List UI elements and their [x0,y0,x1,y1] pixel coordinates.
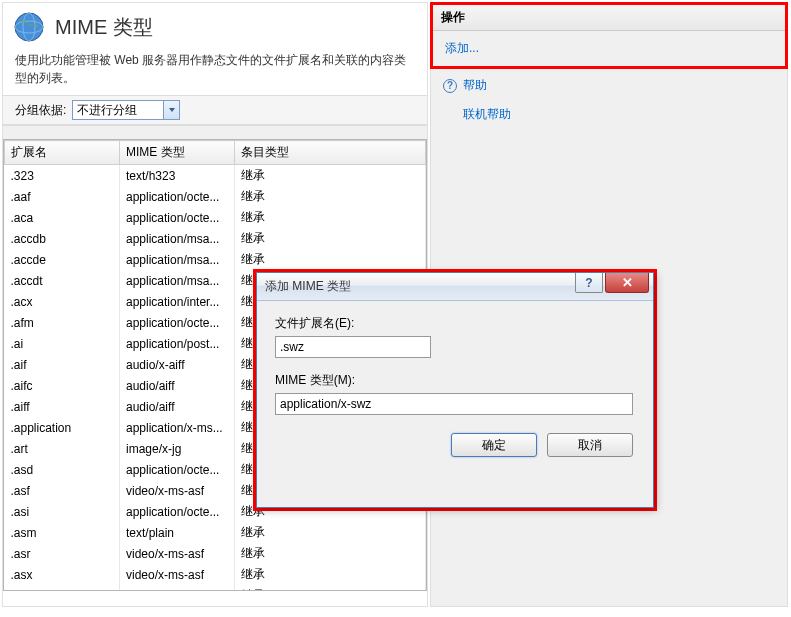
action-help[interactable]: 帮助 [463,74,487,97]
cell-entry: 继承 [235,207,426,228]
add-mime-dialog: 添加 MIME 类型 ? ✕ 文件扩展名(E): MIME 类型(M): 确定 … [256,272,654,508]
view-mode-strip [3,125,427,139]
cell-ext: .accde [5,249,120,270]
groupby-selected: 不进行分组 [73,102,141,119]
cell-ext: .ai [5,333,120,354]
cell-mime: application/inter... [120,291,235,312]
cell-ext: .aca [5,207,120,228]
dialog-titlebar[interactable]: 添加 MIME 类型 ? ✕ [257,273,653,301]
groupby-label: 分组依据: [15,102,66,119]
cell-mime: text/plain [120,522,235,543]
question-icon: ? [585,276,592,290]
help-icon: ? [443,79,457,93]
cell-entry: 继承 [235,543,426,564]
cell-mime: application/x-ms... [120,417,235,438]
cell-ext: .aiff [5,396,120,417]
cell-ext: .application [5,417,120,438]
cell-entry: 继承 [235,564,426,585]
cell-mime: application/octe... [120,459,235,480]
cell-entry: 继承 [235,165,426,187]
cell-ext: .asr [5,543,120,564]
cell-ext: .atom [5,585,120,590]
table-row[interactable]: .accdbapplication/msa...继承 [5,228,426,249]
mime-label: MIME 类型(M): [275,372,635,389]
page-description: 使用此功能管理被 Web 服务器用作静态文件的文件扩展名和关联的内容类型的列表。 [3,47,427,95]
cell-ext: .asm [5,522,120,543]
cell-mime: audio/aiff [120,396,235,417]
cell-mime: application/post... [120,333,235,354]
cell-ext: .asi [5,501,120,522]
cell-ext: .aaf [5,186,120,207]
cancel-button[interactable]: 取消 [547,433,633,457]
cell-mime: audio/aiff [120,375,235,396]
cell-mime: image/x-jg [120,438,235,459]
mime-input[interactable] [275,393,633,415]
action-add[interactable]: 添加... [445,37,773,60]
groupby-row: 分组依据: 不进行分组 [3,95,427,125]
dialog-title: 添加 MIME 类型 [265,278,575,295]
table-row[interactable]: .acaapplication/octe...继承 [5,207,426,228]
cell-mime: application/msa... [120,249,235,270]
help-row: ? 帮助 [431,68,787,103]
cell-ext: .art [5,438,120,459]
cell-entry: 继承 [235,585,426,590]
cell-mime: text/h323 [120,165,235,187]
cell-ext: .asf [5,480,120,501]
cell-ext: .acx [5,291,120,312]
cell-ext: .aifc [5,375,120,396]
cell-ext: .afm [5,312,120,333]
panel-header: MIME 类型 [3,3,427,47]
cell-mime: video/x-ms-asf [120,543,235,564]
cell-ext: .aif [5,354,120,375]
table-row[interactable]: .asrvideo/x-ms-asf继承 [5,543,426,564]
table-row[interactable]: .323text/h323继承 [5,165,426,187]
table-row[interactable]: .accdeapplication/msa...继承 [5,249,426,270]
groupby-select[interactable]: 不进行分组 [72,100,180,120]
cell-mime: application/msa... [120,270,235,291]
dialog-close-button[interactable]: ✕ [605,273,649,293]
cell-mime: application/octe... [120,501,235,522]
cell-mime: application/octe... [120,207,235,228]
close-icon: ✕ [622,275,633,290]
page-title: MIME 类型 [55,14,153,41]
ext-input[interactable] [275,336,431,358]
svg-point-0 [15,13,43,41]
table-row[interactable]: .aafapplication/octe...继承 [5,186,426,207]
cell-entry: 继承 [235,522,426,543]
col-header-extension[interactable]: 扩展名 [5,141,120,165]
table-row[interactable]: .atomapplication/ato...继承 [5,585,426,590]
cell-entry: 继承 [235,249,426,270]
cell-ext: .asd [5,459,120,480]
cell-mime: application/octe... [120,312,235,333]
cell-ext: .accdt [5,270,120,291]
actions-header: 操作 [433,5,785,31]
cell-ext: .asx [5,564,120,585]
cell-entry: 继承 [235,186,426,207]
dialog-help-button[interactable]: ? [575,273,603,293]
cell-mime: application/octe... [120,186,235,207]
cell-entry: 继承 [235,228,426,249]
cell-mime: application/msa... [120,228,235,249]
table-row[interactable]: .asmtext/plain继承 [5,522,426,543]
globe-icon [13,11,45,43]
action-online-help[interactable]: 联机帮助 [443,103,775,126]
dialog-body: 文件扩展名(E): MIME 类型(M): 确定 取消 [257,301,653,471]
ok-button[interactable]: 确定 [451,433,537,457]
cell-ext: .accdb [5,228,120,249]
add-mime-dialog-wrap: 添加 MIME 类型 ? ✕ 文件扩展名(E): MIME 类型(M): 确定 … [253,269,657,511]
cell-mime: video/x-ms-asf [120,564,235,585]
cell-mime: video/x-ms-asf [120,480,235,501]
table-row[interactable]: .asxvideo/x-ms-asf继承 [5,564,426,585]
col-header-mime[interactable]: MIME 类型 [120,141,235,165]
cell-ext: .323 [5,165,120,187]
groupby-dropdown-button[interactable] [163,101,179,119]
chevron-down-icon [169,108,175,112]
cell-mime: application/ato... [120,585,235,590]
cell-mime: audio/x-aiff [120,354,235,375]
col-header-entry[interactable]: 条目类型 [235,141,426,165]
ext-label: 文件扩展名(E): [275,315,635,332]
